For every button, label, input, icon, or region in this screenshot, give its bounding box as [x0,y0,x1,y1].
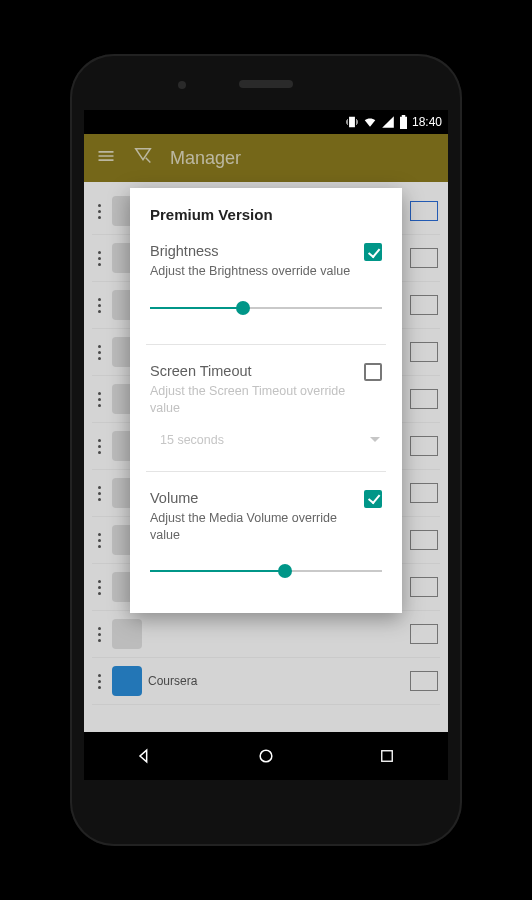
brightness-section: Brightness Adjust the Brightness overrid… [150,241,382,340]
dialog-title: Premium Version [150,206,382,223]
divider [146,344,386,345]
earpiece [239,80,293,88]
timeout-checkbox[interactable] [364,363,382,381]
volume-title: Volume [150,490,198,506]
volume-section: Volume Adjust the Media Volume override … [150,488,382,604]
home-button[interactable] [255,745,277,767]
premium-dialog: Premium Version Brightness Adjust the Br… [130,188,402,613]
recents-button[interactable] [376,745,398,767]
signal-icon [381,115,395,129]
vibrate-icon [345,115,359,129]
brightness-subtitle: Adjust the Brightness override value [150,263,382,280]
timeout-value: 15 seconds [160,433,224,447]
navigation-bar [84,732,448,780]
battery-icon [399,115,408,129]
front-camera [178,81,186,89]
brightness-slider[interactable] [150,298,382,318]
timeout-title: Screen Timeout [150,363,252,379]
volume-checkbox[interactable] [364,490,382,508]
dialog-scrim[interactable]: Premium Version Brightness Adjust the Br… [84,134,448,732]
brightness-checkbox[interactable] [364,243,382,261]
brightness-title: Brightness [150,243,219,259]
status-bar: 18:40 [84,110,448,134]
volume-subtitle: Adjust the Media Volume override value [150,510,382,544]
divider [146,471,386,472]
timeout-section: Screen Timeout Adjust the Screen Timeout… [150,361,382,467]
back-button[interactable] [134,745,156,767]
clock: 18:40 [412,115,442,129]
timeout-subtitle: Adjust the Screen Timeout override value [150,383,382,417]
volume-slider[interactable] [150,561,382,581]
svg-rect-1 [382,751,393,762]
svg-point-0 [260,750,272,762]
chevron-down-icon [370,437,380,442]
wifi-icon [363,115,377,129]
timeout-dropdown[interactable]: 15 seconds [150,429,382,451]
screen: 18:40 Manager Courser [84,110,448,780]
device-frame: 18:40 Manager Courser [70,54,462,846]
